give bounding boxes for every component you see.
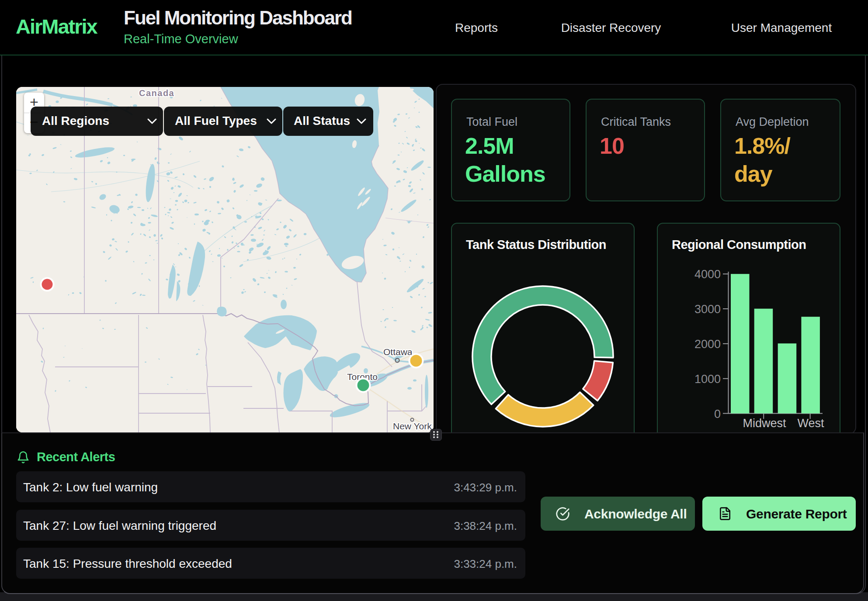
svg-text:3000: 3000 [694, 303, 721, 316]
svg-text:West: West [797, 417, 824, 430]
svg-text:1000: 1000 [694, 373, 721, 386]
svg-text:2000: 2000 [694, 338, 721, 351]
svg-text:New York: New York [393, 421, 432, 431]
svg-text:Ottawa: Ottawa [383, 347, 413, 357]
svg-text:Canada: Canada [139, 88, 174, 98]
svg-text:4000: 4000 [694, 268, 721, 281]
svg-text:0: 0 [714, 408, 721, 421]
svg-text:Midwest: Midwest [743, 417, 786, 430]
